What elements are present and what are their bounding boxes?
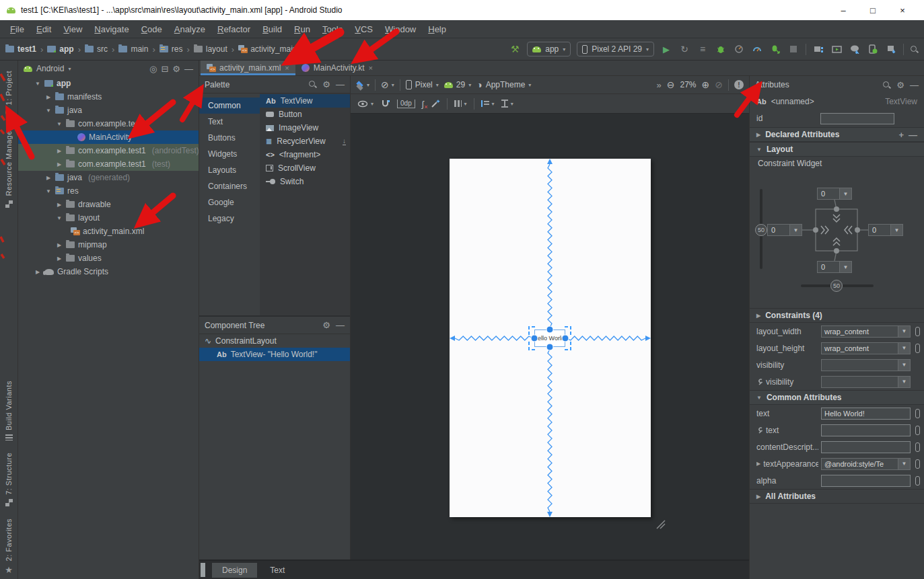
palette-category-buttons[interactable]: Buttons — [199, 130, 260, 146]
remove-attribute-button[interactable]: — — [909, 130, 917, 140]
constraint-widget[interactable]: 0 ▼ 0 ▼ 0 ▼ 0 ▼ — [750, 170, 924, 308]
menu-analyze[interactable]: Analyze — [168, 22, 211, 36]
tool-button-structure[interactable]: 7: Structure — [5, 453, 13, 506]
section-declared-attributes[interactable]: ▶ Declared Attributes + — — [750, 127, 924, 142]
menu-navigate[interactable]: Navigate — [88, 22, 135, 36]
apply-changes-icon[interactable]: ↻ — [678, 43, 690, 55]
tab-mainactivity-kt[interactable]: MainActivity.kt × — [295, 61, 379, 75]
tab-text[interactable]: Text — [260, 563, 295, 578]
expand-arrow-icon[interactable]: ▶ — [34, 269, 41, 275]
zoom-in-button[interactable]: ⊕ — [702, 79, 710, 90]
tree-item-package-test[interactable]: ▶ com.example.test1 (test) — [18, 157, 199, 171]
gear-icon[interactable]: ⚙ — [322, 79, 330, 89]
tree-item-app[interactable]: ▼ app — [18, 77, 199, 90]
palette-item-fragment[interactable]: <> <fragment> — [260, 148, 350, 161]
device-selector-combo[interactable]: Pixel 2 API 29 ▾ — [577, 42, 654, 56]
design-mode-selector[interactable]: ▾ — [356, 81, 369, 89]
build-hammer-icon[interactable]: ⚒ — [509, 43, 521, 55]
tool-windows-icon[interactable] — [812, 43, 824, 55]
margin-right-combo[interactable]: 0 ▼ — [868, 224, 903, 236]
tree-item-mainactivity[interactable]: MainActivity — [18, 130, 199, 144]
breadcrumb-layout[interactable]: layout — [194, 44, 227, 54]
profiler-gauge-icon[interactable] — [751, 43, 763, 55]
hide-panel-icon[interactable]: — — [910, 80, 919, 90]
profile-icon[interactable] — [733, 43, 745, 55]
download-icon[interactable]: ↓ — [343, 138, 346, 145]
tree-item-layout[interactable]: ▼ layout — [18, 211, 199, 225]
expand-arrow-icon[interactable]: ▶ — [45, 94, 52, 100]
close-tab-icon[interactable]: × — [369, 64, 373, 72]
close-tab-icon[interactable]: × — [285, 64, 289, 72]
menu-build[interactable]: Build — [256, 22, 288, 36]
orientation-selector[interactable]: ⊘▾ — [381, 79, 394, 90]
logcat-icon[interactable] — [830, 43, 843, 55]
gradle-sync-icon[interactable] — [849, 43, 861, 55]
collapse-all-icon[interactable]: ⊟ — [161, 64, 168, 74]
id-input[interactable] — [820, 113, 894, 124]
tree-item-mipmap[interactable]: ▶ mipmap — [18, 238, 199, 252]
tree-item-drawable[interactable]: ▶ drawable — [18, 198, 199, 211]
attach-debugger-icon[interactable] — [769, 43, 781, 55]
section-layout[interactable]: ▼ Layout — [750, 142, 924, 157]
menu-tools[interactable]: Tools — [316, 22, 349, 36]
flag-toggle[interactable] — [915, 327, 920, 336]
horizontal-bias-badge[interactable]: 50 — [830, 280, 843, 292]
palette-category-text[interactable]: Text — [199, 114, 260, 130]
avd-manager-icon[interactable] — [867, 43, 879, 55]
hide-panel-icon[interactable]: — — [336, 320, 345, 330]
flag-toggle[interactable] — [915, 426, 920, 435]
menu-vcs[interactable]: VCS — [349, 22, 379, 36]
section-common-attributes[interactable]: ▼ Common Attributes — [750, 390, 924, 405]
stop-button[interactable] — [787, 43, 799, 55]
layout-width-combo[interactable]: wrap_content▼ — [821, 325, 911, 338]
constraint-anchor-top[interactable] — [834, 206, 839, 212]
close-button[interactable]: × — [888, 5, 917, 15]
component-textview[interactable]: Ab TextView- "Hello World!" — [199, 348, 350, 361]
collapse-arrow-icon[interactable]: ▼ — [56, 121, 63, 127]
text-appearance-combo[interactable]: @android:style/Te▼ — [821, 458, 911, 470]
tool-button-resource-manager[interactable]: Resource Manager — [5, 128, 13, 208]
expand-arrow-icon[interactable]: ▶ — [56, 256, 63, 262]
flag-toggle[interactable] — [915, 344, 920, 353]
menu-view[interactable]: View — [57, 22, 88, 36]
component-constraintlayout[interactable]: ∿ ConstraintLayout — [199, 334, 350, 348]
debug-button[interactable] — [715, 43, 727, 55]
palette-item-imageview[interactable]: ImageView — [260, 121, 350, 134]
menu-run[interactable]: Run — [288, 22, 316, 36]
expand-arrow-icon[interactable]: ▶ — [56, 202, 63, 208]
margin-top-combo[interactable]: 0 ▼ — [817, 188, 852, 200]
run-button[interactable]: ▶ — [660, 43, 672, 55]
palette-category-google[interactable]: Google — [199, 194, 260, 210]
expand-arrow-icon[interactable]: ▶ — [56, 148, 63, 154]
visibility-combo[interactable]: ▼ — [821, 359, 911, 371]
tools-visibility-combo[interactable]: ▼ — [821, 376, 911, 388]
tree-item-activity-main-xml[interactable]: <> activity_main.xml — [18, 225, 199, 238]
align-selector[interactable]: ▾ — [481, 100, 495, 107]
tree-item-res[interactable]: ▼ res — [18, 184, 199, 198]
constraint-anchor-bottom[interactable] — [834, 248, 839, 254]
tool-button-project[interactable]: 1: Project — [5, 71, 13, 116]
warnings-errors-icon[interactable]: ! — [734, 80, 744, 89]
apply-code-changes-icon[interactable]: ≡ — [697, 43, 709, 55]
breadcrumb-main[interactable]: main — [118, 44, 148, 54]
breadcrumb-app[interactable]: app — [47, 44, 73, 54]
flag-toggle[interactable] — [915, 409, 920, 418]
palette-item-button[interactable]: Button — [260, 108, 350, 121]
pack-selector[interactable]: ▾ — [454, 100, 467, 107]
tree-item-gradle-scripts[interactable]: ▶ Gradle Scripts — [18, 265, 199, 278]
search-icon[interactable] — [882, 81, 891, 89]
constraint-anchor-left[interactable] — [813, 227, 818, 233]
clear-constraints-icon[interactable]: ʃ× — [422, 99, 424, 109]
locate-file-icon[interactable]: ◎ — [149, 64, 157, 74]
menu-help[interactable]: Help — [422, 22, 452, 36]
flag-toggle[interactable] — [915, 476, 920, 486]
flag-toggle[interactable] — [915, 442, 920, 452]
run-configuration-combo[interactable]: app ▾ — [527, 42, 571, 56]
palette-item-textview[interactable]: Ab TextView — [260, 94, 350, 108]
section-constraints[interactable]: ▶ Constraints (4) — [750, 308, 924, 323]
tree-item-package[interactable]: ▼ com.example.test1 — [18, 117, 199, 130]
tree-item-java-generated[interactable]: ▶ java (generated) — [18, 171, 199, 184]
gear-icon[interactable]: ⚙ — [172, 64, 180, 74]
tool-button-favorites[interactable]: 2: Favorites ★ — [5, 518, 13, 575]
design-canvas[interactable]: Hello World! — [351, 114, 749, 559]
